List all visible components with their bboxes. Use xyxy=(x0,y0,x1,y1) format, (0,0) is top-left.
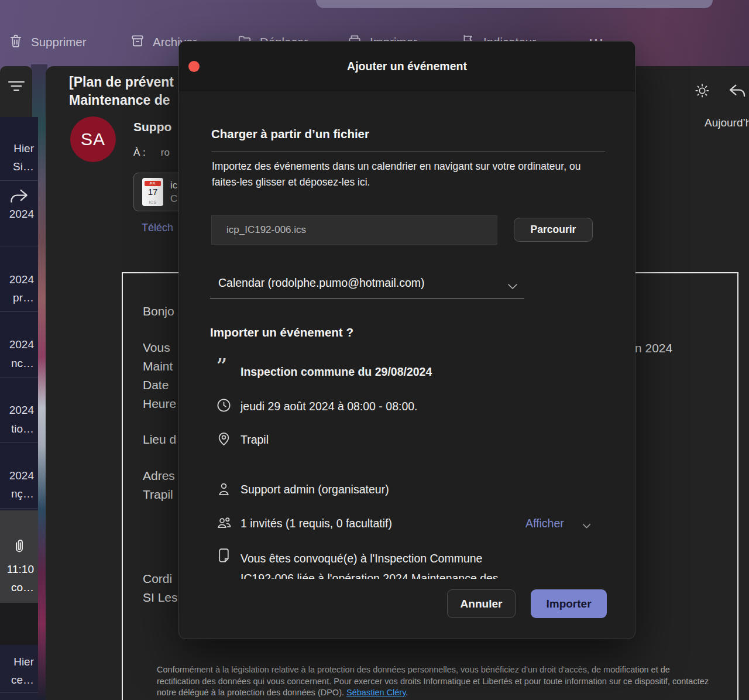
paperclip-icon xyxy=(11,537,28,558)
app-root: Supprimer Archiver Déplacer Imprimer Ind… xyxy=(0,0,749,700)
add-event-dialog: Ajouter un événement Charger à partir d’… xyxy=(178,41,635,639)
list-item[interactable]: 2024 xyxy=(9,273,34,286)
email-list-tail-bg xyxy=(0,645,38,700)
reply-icon[interactable] xyxy=(728,83,747,101)
people-icon xyxy=(216,514,232,533)
load-from-file-heading: Charger à partir d’un fichier xyxy=(211,127,369,141)
delete-button[interactable]: Supprimer xyxy=(8,33,87,52)
person-icon xyxy=(216,481,232,500)
location-pin-icon xyxy=(216,430,232,449)
list-item[interactable]: 2024 xyxy=(9,404,34,417)
list-item[interactable]: nc… xyxy=(11,357,34,370)
select-underline xyxy=(210,298,524,298)
note-icon xyxy=(216,547,232,567)
search-bar[interactable] xyxy=(316,0,713,8)
privacy-footer: Conformément à la législation relative à… xyxy=(157,664,710,699)
dialog-title: Ajouter un événement xyxy=(179,42,635,91)
list-item-selected[interactable]: 11:10 xyxy=(7,563,34,576)
dialog-titlebar: Ajouter un événement xyxy=(179,42,635,91)
sun-icon[interactable] xyxy=(694,83,710,101)
mail-list-header xyxy=(0,66,32,117)
list-item[interactable]: Hier xyxy=(13,656,34,668)
list-divider xyxy=(0,246,38,246)
download-link[interactable]: Téléch xyxy=(142,222,173,234)
body-fragment: Maint xyxy=(143,359,173,373)
list-item[interactable]: pr… xyxy=(13,291,34,304)
body-fragment: Lieu d xyxy=(143,433,176,447)
sender-name: Suppo xyxy=(133,120,171,134)
browse-button[interactable]: Parcourir xyxy=(514,218,593,242)
list-item[interactable]: Hier xyxy=(13,142,34,155)
email-list: Hier Si… 2024 2024 pr… 2024 nc… 2024 tio… xyxy=(0,117,38,700)
calendar-select[interactable]: Calendar (rodolphe.pumo@hotmail.com) xyxy=(218,276,425,290)
list-divider xyxy=(0,508,38,509)
import-event-heading: Importer un événement ? xyxy=(210,325,353,339)
event-location: Trapil xyxy=(240,433,269,447)
event-invitees: 1 invités (1 requis, 0 facultatif) xyxy=(240,517,392,530)
body-fragment-right: n 2024 xyxy=(635,341,672,355)
body-fragment: Bonjo xyxy=(143,304,174,318)
show-chevron-down-icon[interactable] xyxy=(581,520,592,534)
attachment-name: ic C xyxy=(170,179,177,205)
close-icon[interactable] xyxy=(188,61,200,72)
section-divider xyxy=(211,152,605,152)
body-fragment: Date xyxy=(143,378,169,392)
event-title: Inspection commune du 29/08/2024 xyxy=(240,365,432,379)
trash-icon xyxy=(8,33,23,52)
clock-icon xyxy=(216,397,232,416)
calendar-file-icon: JUL 17 ICS xyxy=(142,178,163,206)
event-datetime: jeudi 29 août 2024 à 08:00 - 08:00. xyxy=(240,400,418,413)
list-divider xyxy=(0,692,38,693)
list-item[interactable]: 2024 xyxy=(9,208,34,221)
import-button[interactable]: Importer xyxy=(531,589,607,618)
cancel-button[interactable]: Annuler xyxy=(447,589,516,618)
recipient-row: À : ro xyxy=(133,147,170,159)
forward-arrow-icon xyxy=(9,188,29,207)
event-organizer: Support admin (organisateur) xyxy=(240,483,389,496)
body-fragment: Vous xyxy=(143,341,170,355)
import-description: Importez des événements dans un calendri… xyxy=(212,159,589,190)
archive-icon xyxy=(130,33,145,52)
list-item[interactable]: 2024 xyxy=(9,469,34,482)
body-fragment: SI Les xyxy=(143,591,178,605)
delete-label: Supprimer xyxy=(31,35,87,49)
list-item-selected[interactable]: co… xyxy=(11,581,34,594)
list-item[interactable]: Si… xyxy=(13,160,34,173)
list-item[interactable]: 2024 xyxy=(9,338,34,351)
list-item[interactable]: tio… xyxy=(11,423,34,435)
quote-icon: ” xyxy=(216,358,227,375)
select-chevron-down-icon[interactable] xyxy=(506,279,520,296)
list-item[interactable]: ce… xyxy=(11,674,34,687)
body-fragment: Adres xyxy=(143,469,175,483)
dpo-link[interactable]: Sébastien Cléry xyxy=(346,688,406,697)
body-fragment: Cordi xyxy=(143,572,172,586)
list-divider xyxy=(0,311,38,312)
list-item[interactable]: nç… xyxy=(11,488,34,500)
event-message: Vous êtes convoqué(e) à l'Inspection Com… xyxy=(240,548,580,579)
to-label: À : xyxy=(133,147,146,159)
file-name-field[interactable]: icp_IC192-006.ics xyxy=(211,215,497,245)
avatar: SA xyxy=(70,116,116,162)
body-fragment: Trapil xyxy=(143,488,173,502)
to-value: ro xyxy=(161,147,170,159)
list-divider xyxy=(0,377,38,378)
list-divider xyxy=(0,442,38,443)
today-label: Aujourd’h xyxy=(705,116,749,129)
show-invitees-link[interactable]: Afficher xyxy=(525,517,564,530)
list-divider xyxy=(0,180,38,181)
body-fragment: Heure xyxy=(143,397,176,411)
